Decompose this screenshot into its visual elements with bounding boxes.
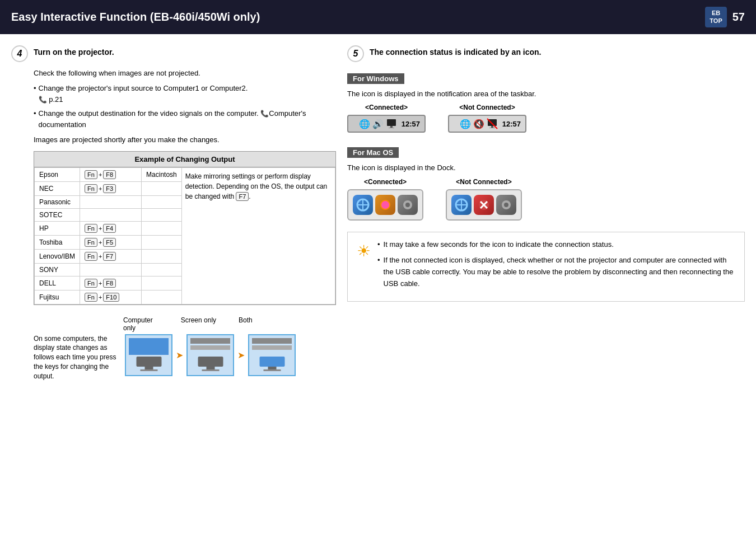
output-table-container: Example of Changing Output Epson Fn + F8… [34,151,336,305]
mac-connected-label: <Connected> [347,178,423,186]
page-header: Easy Interactive Function (EB-460i/450Wi… [0,0,756,34]
step4-header: 4 Turn on the projector. [11,45,336,62]
diagram-label-computer: Computeronly [123,316,153,332]
diagram-label-both: Both [239,316,253,332]
windows-connected-row: <Connected> 🌐 🔊 12:57 <Not [347,104,745,133]
key-combo: Fn + F8 [85,170,116,179]
monitor-svg-3 [256,357,287,372]
note-bullet-2: • If the not connected icon is displayed… [377,255,735,289]
diagram-label-screen: Screen only [181,316,216,332]
note-bullet-1: • It may take a few seconds for the icon… [377,239,735,251]
for-mac-desc: The icon is displayed in the Dock. [347,162,745,174]
monitor-svg-2 [195,357,226,372]
svg-rect-9 [387,119,396,126]
for-mac-section: For Mac OS The icon is displayed in the … [347,142,745,221]
svg-point-29 [504,203,508,207]
svg-rect-13 [491,126,493,128]
svg-rect-1 [144,367,153,369]
note-header: ☀ • It may take a few seconds for the ic… [357,239,735,294]
taskbar-icon-1: 🌐 [359,119,370,129]
step4-bullet1: • Change the projector's input source to… [34,83,336,105]
step4-title: Turn on the projector. [34,45,114,57]
output-table: Epson Fn + F8 Macintosh Make mirroring s… [34,167,335,305]
windows-connected-item: <Connected> 🌐 🔊 12:57 [347,104,426,133]
taskbar-monitor-icon [386,118,397,129]
diagram-row: On some computers, the display state cha… [34,334,336,381]
step4-intro: Check the following when images are not … [34,68,336,79]
svg-point-19 [381,200,390,209]
svg-rect-6 [259,357,284,367]
taskbar-time-2: 12:57 [502,120,521,128]
step5-header: 5 The connection status is indicated by … [347,45,745,62]
windows-taskbar-connected: 🌐 🔊 12:57 [347,115,426,133]
taskbar-time: 12:57 [402,120,420,128]
monitor-svg-1 [133,357,164,372]
mac-connected-item: <Connected> [347,178,423,221]
left-column: 4 Turn on the projector. Check the follo… [11,45,336,381]
taskbar-icon-2: 🔊 [372,119,384,129]
step4-note: Images are projected shortly after you m… [34,134,336,146]
key-combo: Fn + F4 [85,224,116,233]
svg-rect-14 [489,128,495,128]
mac-dock-icon-1 [353,195,373,215]
for-mac-label: For Mac OS [347,147,399,158]
key-combo: Fn + F7 [85,252,116,261]
mac-dock-icon-3 [398,195,418,215]
phone-icon2: 📞 [260,109,269,119]
table-header: Example of Changing Output [34,152,335,167]
windows-connected-label: <Connected> [347,104,426,111]
step4-bullet2: • Change the output destination for the … [34,108,336,130]
taskbar-icon-4: 🔇 [473,119,484,129]
svg-rect-10 [390,126,393,128]
mac-connected-row: <Connected> [347,178,745,221]
svg-rect-11 [389,128,394,128]
step5-circle: 5 [347,45,364,62]
mac-dock-icon-6 [496,195,516,215]
for-windows-label: For Windows [347,73,404,84]
screen-box-1 [125,334,172,376]
svg-rect-2 [140,369,157,371]
mac-dock-connected [347,189,423,221]
windows-not-connected-label: <Not Connected> [448,104,526,111]
taskbar-monitor-icon-x [487,118,498,129]
mac-dock-disconnected [446,189,522,221]
taskbar-icon-3: 🌐 [460,119,471,129]
key-combo: Fn + F10 [85,293,119,302]
header-right: EB TOP 57 [705,7,745,27]
mac-not-connected-item: <Not Connected> [446,178,522,221]
mac-dock-icon-5 [474,195,494,215]
arrow-icon-1: ➤ [176,350,183,360]
main-content: 4 Turn on the projector. Check the follo… [0,45,756,381]
table-row: Epson Fn + F8 Macintosh Make mirroring s… [35,167,335,181]
logo: EB TOP [705,7,726,27]
note-content: • It may take a few seconds for the icon… [377,239,735,294]
svg-rect-0 [136,357,161,367]
right-column: 5 The connection status is indicated by … [347,45,745,381]
screen-box-3 [248,334,296,376]
page-title: Easy Interactive Function (EB-460i/450Wi… [11,11,260,24]
mac-not-connected-label: <Not Connected> [446,178,522,186]
svg-rect-7 [268,367,276,369]
svg-point-21 [405,203,410,207]
key-combo: Fn + F5 [85,238,116,247]
step4-circle: 4 [11,45,28,62]
svg-rect-3 [198,357,223,367]
key-combo: Fn + F8 [85,279,116,288]
phone-icon: 📞 [39,95,47,105]
diagram-text: On some computers, the display state cha… [34,334,120,381]
for-windows-desc: The icon is displayed in the notificatio… [347,88,745,100]
svg-rect-5 [202,369,219,371]
page-number: 57 [732,11,745,24]
for-windows-section: For Windows The icon is displayed in the… [347,68,745,133]
table-description: Make mirroring settings or perform displ… [181,167,335,304]
mac-dock-icon-2 [375,195,395,215]
key-combo: Fn + F3 [85,184,116,193]
note-box: ☀ • It may take a few seconds for the ic… [347,232,745,302]
diagram-images: ➤ ➤ [125,334,296,376]
mac-dock-icon-4 [451,195,472,215]
arrow-icon-2: ➤ [237,350,245,360]
svg-rect-4 [206,367,214,369]
windows-taskbar-disconnected: 🌐 🔇 12:57 [448,115,526,133]
windows-not-connected-item: <Not Connected> 🌐 🔇 12:57 [448,104,526,133]
step5-title: The connection status is indicated by an… [370,45,542,57]
